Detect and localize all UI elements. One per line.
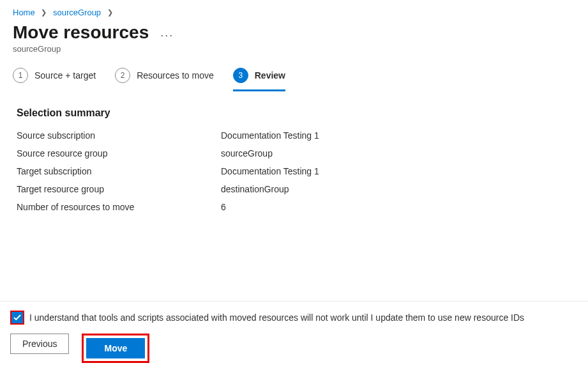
- page-subtitle: sourceGroup: [0, 44, 588, 68]
- summary-value: Documentation Testing 1: [221, 130, 319, 141]
- step-source-target[interactable]: 1 Source + target: [13, 68, 96, 89]
- footer: I understand that tools and scripts asso…: [0, 301, 588, 363]
- summary-row-count: Number of resources to move 6: [17, 202, 575, 212]
- step-number-icon: 1: [13, 68, 28, 83]
- move-button[interactable]: Move: [86, 338, 145, 358]
- step-number-icon: 3: [233, 68, 248, 83]
- acknowledgement-checkbox[interactable]: [11, 312, 23, 323]
- acknowledgement-row: I understand that tools and scripts asso…: [10, 311, 578, 325]
- section-title: Selection summary: [17, 107, 575, 119]
- step-label: Resources to move: [137, 70, 214, 81]
- chevron-right-icon: ❯: [107, 8, 113, 17]
- step-resources-to-move[interactable]: 2 Resources to move: [115, 68, 214, 89]
- chevron-right-icon: ❯: [41, 8, 47, 17]
- summary-value: Documentation Testing 1: [221, 166, 319, 176]
- previous-button[interactable]: Previous: [10, 334, 69, 354]
- summary-value: sourceGroup: [221, 148, 273, 158]
- summary-label: Number of resources to move: [17, 202, 221, 212]
- breadcrumb: Home ❯ sourceGroup ❯: [0, 0, 588, 20]
- summary-value: destinationGroup: [221, 184, 289, 194]
- summary-label: Target subscription: [17, 166, 221, 176]
- acknowledgement-text: I understand that tools and scripts asso…: [29, 312, 524, 323]
- title-row: Move resources ···: [0, 20, 588, 44]
- step-review[interactable]: 3 Review: [233, 68, 285, 91]
- button-row: Previous Move: [10, 334, 578, 363]
- step-number-icon: 2: [115, 68, 130, 83]
- breadcrumb-group[interactable]: sourceGroup: [53, 8, 101, 17]
- summary-value: 6: [221, 202, 226, 212]
- step-label: Source + target: [34, 70, 96, 81]
- summary-label: Target resource group: [17, 184, 221, 194]
- breadcrumb-home[interactable]: Home: [13, 8, 35, 17]
- wizard-steps: 1 Source + target 2 Resources to move 3 …: [0, 68, 588, 89]
- checkmark-icon: [13, 314, 21, 321]
- highlight-box: Move: [82, 334, 149, 363]
- summary-label: Source resource group: [17, 148, 221, 158]
- summary-row-source-group: Source resource group sourceGroup: [17, 148, 575, 158]
- summary-row-source-subscription: Source subscription Documentation Testin…: [17, 130, 575, 141]
- page-title: Move resources: [13, 22, 149, 43]
- summary-label: Source subscription: [17, 130, 221, 141]
- review-content: Selection summary Source subscription Do…: [0, 89, 588, 212]
- summary-row-target-group: Target resource group destinationGroup: [17, 184, 575, 194]
- step-label: Review: [255, 70, 285, 81]
- more-icon[interactable]: ···: [160, 29, 174, 41]
- highlight-box: [10, 311, 24, 325]
- summary-row-target-subscription: Target subscription Documentation Testin…: [17, 166, 575, 176]
